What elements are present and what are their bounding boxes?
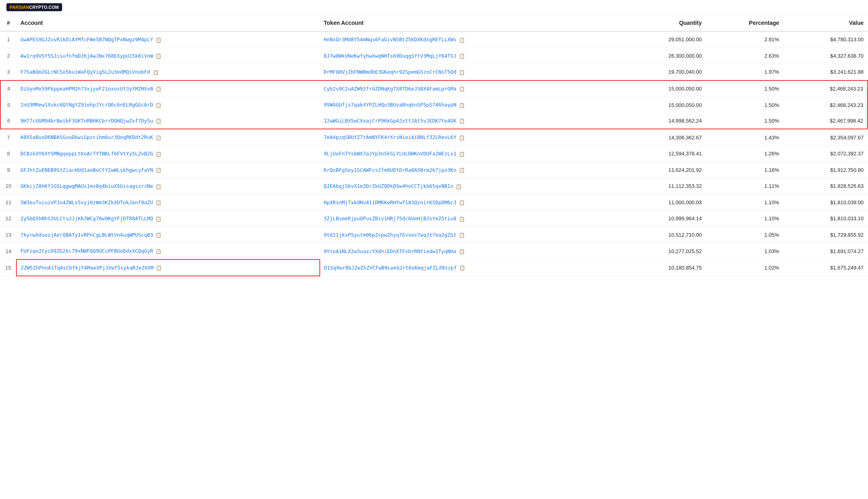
copy-icon[interactable]: 📋 (155, 103, 161, 108)
copy-icon[interactable]: 📋 (155, 216, 161, 222)
col-account: Account (16, 15, 320, 31)
account-address[interactable]: DiUynMx59PkppeaHPM2h73xjyeF21oxosUt3ytMZ… (20, 86, 153, 92)
account-address[interactable]: Aw1rq9VSY5SJisufnfmDJ6jAwJNx768EXypU15k8… (20, 53, 153, 59)
table-row: 10GKkcjZAhKf1GSLqgwgMAUs1mv8q4biuX5Gisag… (0, 178, 868, 195)
value-cell: $1,729,855.92 (783, 227, 868, 243)
account-address[interactable]: 2nU3MRew1Xukc6QtNgYZ91ehpJYcrQ6c6nELRgGG… (20, 102, 153, 108)
account-cell: 9H77cUGM94brBwibF3GKTnRBHKCbrrDQHQjwZxf7… (16, 113, 320, 129)
account-address[interactable]: 9H77cUGM94brBwibF3GKTnRBHKCbrrDQHQjwZxf7… (20, 118, 153, 124)
token-address[interactable]: 9LjUoFnTYsbWX7aJYp3nSkSLYLULDWKnVDUFa2WE… (324, 151, 456, 157)
token-account-cell: 12wWGiLBX5wCXxajCrP96kGp4JxttJAt5vJEDK7t… (320, 113, 622, 129)
token-address[interactable]: 8J7w8WkVNeKwfyhwXwqNHTsb9DuqgSYtV3MqLjY6… (324, 53, 456, 59)
value-cell: $2,072,392.37 (783, 145, 868, 162)
copy-icon[interactable]: 📋 (153, 70, 159, 75)
percentage-cell: 1.50% (706, 80, 783, 97)
copy-icon[interactable]: 📋 (155, 135, 161, 141)
account-address[interactable]: 7kyrwXduozjAerQBA7y1vRPnCgLBLWtVn4uqWPUS… (20, 232, 153, 238)
quantity-cell: 19,700,040.00 (622, 64, 706, 80)
copy-icon[interactable]: 📋 (459, 37, 465, 43)
copy-icon[interactable]: 📋 (459, 232, 465, 238)
copy-icon[interactable]: 📋 (459, 70, 465, 75)
token-address[interactable]: 7eA4pzqSBUYZ7tAmNYFK4rXrsNioiAiBNLf32LRe… (324, 134, 456, 140)
table-row: 7A8X5aBuxD6NBA5GvuDkwiGpzcihm6ur3QoqRKDd… (0, 129, 868, 145)
copy-icon[interactable]: 📋 (155, 151, 161, 157)
row-number: 15 (0, 260, 16, 276)
token-address[interactable]: 9YtoA1NLX2w3uaxcYXdniEDnXTFxbrRNYiedw2fy… (324, 248, 456, 254)
account-address[interactable]: F7SaBQm2GLrNCSo5kuiWaFQyVig5L2u3edMQiVno… (20, 69, 150, 75)
copy-icon[interactable]: 📋 (155, 249, 161, 254)
token-address[interactable]: 6rQoBFgSey1SCAWFcs2fm8UDtDrRa8A5Nrm2k7jp… (324, 167, 456, 173)
copy-icon[interactable]: 📋 (459, 167, 465, 173)
copy-icon[interactable]: 📋 (156, 265, 162, 271)
copy-icon[interactable]: 📋 (459, 118, 465, 124)
token-account-cell: HpXRsnMj7xkdNv411DMKKeRHYwf183QznitKSDpD… (320, 194, 622, 211)
value-cell: $2,468,243.23 (783, 80, 868, 97)
copy-icon[interactable]: 📋 (459, 216, 465, 222)
table-row: 1GwAPES9GJZvvR1kDiAYMfcFWe5B7NQgTPxNwgz9… (0, 31, 868, 48)
token-address[interactable]: HpXRsnMj7xkdNv411DMKKeRHYwf183QznitKSDpD… (324, 199, 456, 205)
account-address[interactable]: GKkcjZAhKf1GSLqgwgMAUs1mv8q4biuX5Gisagsz… (20, 183, 153, 189)
account-address[interactable]: GFJhtZuENEB9StZiacHUd1aoBoCtY2wWLskhgwcy… (20, 167, 153, 173)
value-cell: $1,675,249.47 (783, 260, 868, 276)
token-address[interactable]: 3ZjLBsmeRjpuQPusZBiv1HRj75dc6UeHjBJsYe25… (324, 215, 456, 221)
copy-icon[interactable]: 📋 (456, 184, 462, 189)
copy-icon[interactable]: 📋 (155, 184, 161, 189)
quantity-cell: 14,306,362.67 (622, 129, 706, 145)
token-address[interactable]: D1Sq9wr8bJ2wZhZVCFwB9LweG2rt6o6mqjaFZLd9… (324, 265, 457, 271)
quantity-cell: 10,999,964.14 (622, 211, 706, 227)
token-address[interactable]: HnNxQr3Md8Y54mNqs6FaGivNSBtZ5KDXKdxgREfL… (324, 36, 456, 42)
token-address[interactable]: Cyb2v9C2uAZW92frUZDNqKgTX8TD6eJSBX4FamLp… (324, 86, 456, 92)
account-cell: FUFzqe2CycD9ZG2kc79xNWFQQ9UCcPFBUoDdxXCQ… (16, 243, 320, 260)
quantity-cell: 15,000,050.00 (622, 97, 706, 113)
copy-icon[interactable]: 📋 (155, 200, 161, 205)
account-address[interactable]: 2ZW5ZhPnnA1TqAsCbfkjFAMaeXPjJVwT5sykaRJe… (21, 265, 153, 271)
quantity-cell: 11,624,201.92 (622, 162, 706, 178)
account-cell: DiUynMx59PkppeaHPM2h73xjyeF21oxosUt3ytMZ… (16, 80, 320, 97)
account-address[interactable]: 5W3euTvcuiVPJo4ZWLs5syjHzWm3KZkXDTokJenf… (20, 199, 153, 205)
percentage-cell: 1.11% (706, 178, 783, 195)
copy-icon[interactable]: 📋 (459, 249, 465, 254)
copy-icon[interactable]: 📋 (155, 232, 161, 238)
table-row: 3F7SaBQm2GLrNCSo5kuiWaFQyVig5L2u3edMQiVn… (0, 64, 868, 80)
quantity-cell: 11,112,353.32 (622, 178, 706, 195)
copy-icon[interactable]: 📋 (459, 265, 465, 271)
copy-icon[interactable]: 📋 (459, 200, 465, 205)
account-cell: DCBzkdY6XtSMNgqeppLtKoAcTYTNKLf6FVtYy5LZ… (16, 145, 320, 162)
quantity-cell: 10,277,025.52 (622, 243, 706, 260)
col-percentage: Percentage (706, 15, 783, 31)
token-address[interactable]: QJEAbqjSkvX1m3DrZkUZQDkDSw4hoCCTjkb65qxN… (324, 183, 454, 189)
account-address[interactable]: DCBzkdY6XtSMNgqeppLtKoAcTYTNKLf6FVtYy5LZ… (20, 151, 153, 157)
token-account-cell: QJEAbqjSkvX1m3DrZkUZQDkDSw4hoCCTjkb65qxN… (320, 178, 622, 195)
quantity-cell: 14,998,562.24 (622, 113, 706, 129)
value-cell: $1,810,039.00 (783, 194, 868, 211)
copy-icon[interactable]: 📋 (155, 118, 161, 124)
copy-icon[interactable]: 📋 (155, 167, 161, 173)
copy-icon[interactable]: 📋 (459, 86, 465, 92)
copy-icon[interactable]: 📋 (155, 86, 161, 92)
token-account-cell: 3ZjLBsmeRjpuQPusZBiv1HRj75dc6UeHjBJsYe25… (320, 211, 622, 227)
row-number: 8 (0, 145, 16, 162)
copy-icon[interactable]: 📋 (459, 103, 465, 108)
quantity-cell: 12,594,378.41 (622, 145, 706, 162)
table-row: 115W3euTvcuiVPJo4ZWLs5syjHzWm3KZkXDTokJe… (0, 194, 868, 211)
account-address[interactable]: A8X5aBuxD6NBA5GvuDkwiGpzcihm6ur3QoqRKDdt… (20, 134, 153, 140)
copy-icon[interactable]: 📋 (459, 151, 465, 157)
copy-icon[interactable]: 📋 (155, 37, 161, 43)
token-address[interactable]: 12wWGiLBX5wCXxajCrP96kGp4JxttJAt5vJEDK7t… (324, 118, 456, 124)
copy-icon[interactable]: 📋 (459, 53, 465, 59)
row-number: 14 (0, 243, 16, 260)
account-address[interactable]: GwAPES9GJZvvR1kDiAYMfcFWe5B7NQgTPxNwgz9M… (20, 36, 153, 42)
table-row: 69H77cUGM94brBwibF3GKTnRBHKCbrrDQHQjwZxf… (0, 113, 868, 129)
table-row: 14FUFzqe2CycD9ZG2kc79xNWFQQ9UCcPFBUoDdxX… (0, 243, 868, 260)
token-address[interactable]: 9VWGGUfjs7qakXYPZLHQo3BUvaBnqknSP5pS746h… (324, 102, 456, 108)
account-address[interactable]: FUFzqe2CycD9ZG2kc79xNWFQQ9UCcPFBUoDdxXCQ… (20, 248, 153, 254)
account-address[interactable]: 2y5bQ5hNhS3ULCtuJJjK6JWCg76w9KgYFjDTR8AT… (20, 215, 153, 221)
account-cell: GwAPES9GJZvvR1kDiAYMfcFWe5B7NQgTPxNwgz9M… (16, 31, 320, 48)
row-number: 5 (0, 97, 16, 113)
token-address[interactable]: 9t621jksP5yutm96pZvpw2hyq7Evvex7wqJt7ea2… (324, 232, 456, 238)
percentage-cell: 1.03% (706, 243, 783, 260)
copy-icon[interactable]: 📋 (155, 53, 161, 59)
copy-icon[interactable]: 📋 (459, 135, 465, 141)
col-quantity: Quantity (622, 15, 706, 31)
token-address[interactable]: DrMFQHVj2bFNWBmdbE3GKeqhr9ZSpemGSzoCrCNs… (324, 69, 456, 75)
